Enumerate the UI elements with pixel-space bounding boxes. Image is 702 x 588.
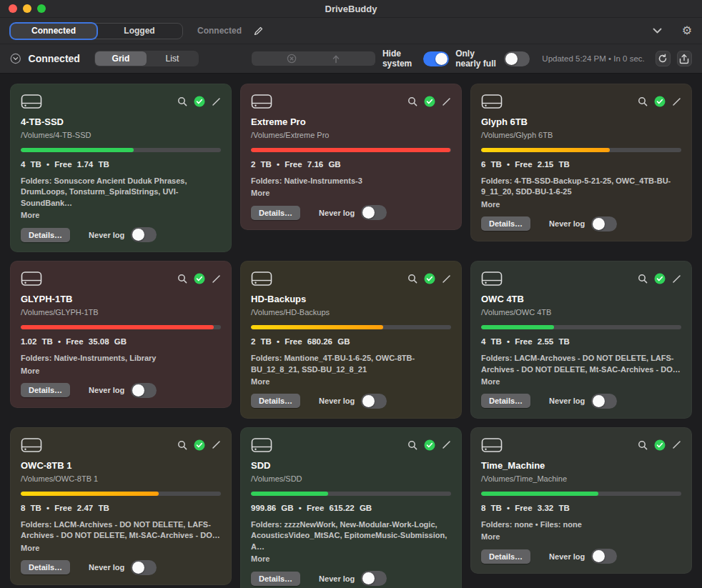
toggle-knob [362, 206, 375, 219]
export-button[interactable] [677, 51, 692, 66]
toggle-knob [362, 395, 375, 407]
details-button[interactable]: Details… [251, 572, 300, 586]
capacity-free-line: 1.02 TB • Free 35.08 GB [21, 337, 221, 346]
more-link[interactable]: More [21, 211, 39, 219]
hide-system-toggle[interactable] [423, 51, 449, 66]
drive-name: OWC 4TB [481, 294, 681, 304]
drive-path: /Volumes/OWC-8TB 1 [21, 474, 221, 483]
never-log-toggle[interactable] [131, 383, 157, 398]
arrow-up-icon [332, 54, 340, 64]
edit-icon[interactable] [212, 97, 221, 106]
magnifier-icon[interactable] [407, 274, 417, 284]
never-log-toggle[interactable] [361, 205, 387, 220]
drive-path: /Volumes/SDD [251, 474, 451, 483]
card-actions [177, 96, 221, 107]
edit-icon[interactable] [672, 274, 681, 284]
collapse-chevron-icon[interactable] [10, 52, 21, 65]
magnifier-icon[interactable] [177, 96, 187, 106]
status-ok-icon [424, 96, 435, 107]
card-footer: Details… Never log [251, 394, 451, 409]
clear-circle-icon [287, 54, 297, 64]
details-button[interactable]: Details… [251, 394, 300, 408]
more-link[interactable]: More [481, 200, 500, 209]
magnifier-icon[interactable] [407, 96, 417, 106]
usage-bar [21, 325, 221, 329]
capacity-free-line: 6 TB • Free 2.15 TB [481, 160, 681, 169]
usage-bar [251, 492, 451, 496]
gear-icon[interactable]: ⚙ [682, 25, 692, 36]
details-button[interactable]: Details… [21, 383, 70, 397]
never-log-label: Never log [89, 231, 124, 239]
titlebar: DriveBuddy [0, 0, 702, 18]
minimize-button[interactable] [23, 4, 31, 13]
details-button[interactable]: Details… [481, 549, 530, 564]
capacity-free-line: 2 TB • Free 680.26 GB [251, 337, 451, 346]
tab-connected[interactable]: Connected [11, 24, 97, 39]
details-button[interactable]: Details… [251, 206, 300, 220]
usage-bar-fill [21, 492, 159, 496]
drive-path: /Volumes/Time_Machine [481, 474, 681, 483]
magnifier-icon[interactable] [407, 440, 417, 450]
traffic-lights [0, 4, 46, 13]
never-log-label: Never log [549, 219, 585, 228]
drive-card: OWC-8TB 1 /Volumes/OWC-8TB 1 8 TB • Free… [10, 427, 232, 585]
edit-icon[interactable] [442, 440, 451, 449]
magnifier-icon[interactable] [177, 440, 187, 450]
external-drive-icon [251, 94, 272, 109]
tab-list-view[interactable]: List [147, 51, 198, 66]
details-button[interactable]: Details… [481, 216, 530, 231]
more-link[interactable]: More [481, 532, 500, 541]
details-button[interactable]: Details… [481, 394, 530, 408]
details-button[interactable]: Details… [21, 560, 70, 574]
pencil-icon[interactable] [253, 26, 264, 36]
tab-grid-view[interactable]: Grid [95, 51, 147, 66]
drive-card: SDD /Volumes/SDD 999.86 GB • Free 615.22… [240, 427, 462, 588]
edit-icon[interactable] [442, 274, 451, 284]
usage-bar-fill [251, 148, 450, 152]
edit-icon[interactable] [212, 440, 221, 449]
chevron-down-icon[interactable] [653, 28, 662, 34]
details-button[interactable]: Details… [21, 228, 70, 242]
drive-card: HD-Backups /Volumes/HD-Backups 2 TB • Fr… [240, 261, 462, 419]
toolbar-right-group: ⚙ [653, 25, 692, 36]
zoom-button[interactable] [37, 4, 46, 13]
refresh-button[interactable] [656, 51, 671, 66]
edit-icon[interactable] [672, 97, 681, 106]
more-link[interactable]: More [21, 544, 39, 552]
close-button[interactable] [9, 4, 17, 13]
refresh-icon [658, 54, 668, 64]
card-footer: Details… Never log [21, 560, 221, 575]
more-link[interactable]: More [21, 367, 39, 375]
never-log-toggle[interactable] [131, 560, 157, 575]
never-log-toggle[interactable] [131, 227, 157, 242]
never-log-toggle[interactable] [361, 394, 387, 409]
only-nearly-full-toggle[interactable] [504, 51, 530, 66]
usage-bar [21, 148, 221, 152]
more-link[interactable]: More [251, 554, 270, 563]
magnifier-icon[interactable] [638, 96, 648, 106]
never-log-label: Never log [89, 386, 124, 394]
edit-icon[interactable] [212, 274, 221, 284]
drive-path: /Volumes/GLYPH-1TB [21, 308, 221, 317]
usage-bar [481, 492, 681, 496]
edit-icon[interactable] [672, 440, 681, 449]
edit-icon[interactable] [442, 97, 451, 106]
card-footer: Details… Never log [21, 227, 221, 242]
never-log-toggle[interactable] [591, 549, 617, 564]
status-ok-icon [654, 439, 666, 451]
tab-logged[interactable]: Logged [97, 24, 182, 39]
never-log-label: Never log [89, 563, 124, 572]
more-link[interactable]: More [251, 189, 270, 197]
never-log-toggle[interactable] [591, 394, 617, 409]
never-log-toggle[interactable] [591, 216, 617, 231]
more-link[interactable]: More [251, 377, 270, 386]
usage-bar [21, 492, 221, 496]
magnifier-icon[interactable] [638, 274, 648, 284]
mode-ghost-label: Connected [197, 26, 242, 36]
card-header [481, 437, 681, 453]
magnifier-icon[interactable] [638, 440, 648, 450]
never-log-toggle[interactable] [361, 571, 387, 586]
drive-path: /Volumes/HD-Backups [251, 308, 451, 317]
more-link[interactable]: More [481, 377, 500, 386]
magnifier-icon[interactable] [177, 274, 187, 284]
